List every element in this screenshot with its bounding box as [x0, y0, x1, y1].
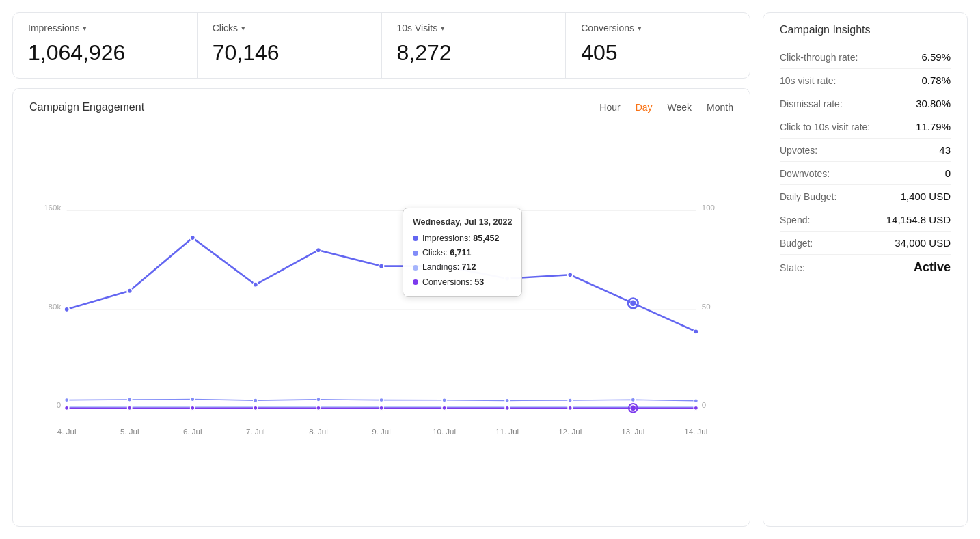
insight-value: 14,154.8 USD	[886, 214, 951, 225]
svg-text:11. Jul: 11. Jul	[495, 428, 519, 436]
insight-value: 1,400 USD	[901, 191, 951, 202]
insight-label: State:	[780, 262, 805, 273]
insights-title: Campaign Insights	[780, 24, 951, 36]
svg-text:14. Jul: 14. Jul	[684, 428, 707, 436]
dropdown-arrow-icon[interactable]: ▾	[241, 24, 245, 33]
svg-point-21	[127, 288, 132, 293]
svg-point-23	[253, 282, 258, 287]
metrics-row: Impressions ▾ 1,064,926 Clicks ▾ 70,146 …	[12, 12, 750, 79]
time-tab-day[interactable]: Day	[636, 102, 653, 113]
svg-point-38	[379, 398, 383, 402]
chart-area: 160k80k0 100500 4. Jul5. Jul6. Jul7. Jul…	[29, 120, 733, 516]
insight-label: Click-through rate:	[780, 52, 858, 63]
svg-point-55	[65, 406, 69, 410]
chart-svg-container: 160k80k0 100500 4. Jul5. Jul6. Jul7. Jul…	[29, 120, 733, 516]
metric-card-impressions: Impressions ▾ 1,064,926	[13, 13, 198, 78]
svg-text:50: 50	[702, 303, 711, 311]
svg-point-25	[379, 264, 383, 268]
insight-value: 11.79%	[916, 121, 951, 133]
insight-row: Budget: 34,000 USD	[780, 232, 951, 255]
svg-point-24	[316, 247, 321, 252]
svg-point-36	[254, 398, 258, 402]
svg-point-39	[442, 398, 446, 402]
svg-point-58	[254, 406, 258, 410]
svg-point-59	[316, 406, 321, 410]
insight-value: 0	[945, 167, 951, 179]
insight-label: Click to 10s visit rate:	[780, 122, 870, 133]
svg-point-42	[631, 398, 635, 402]
insight-value: 43	[939, 144, 951, 156]
svg-point-60	[379, 406, 383, 410]
svg-point-28	[568, 273, 573, 277]
insight-row: Click to 10s visit rate: 11.79%	[780, 115, 951, 139]
time-tab-hour[interactable]: Hour	[599, 102, 620, 113]
dropdown-arrow-icon[interactable]: ▾	[441, 24, 445, 33]
insight-row: Daily Budget: 1,400 USD	[780, 185, 951, 208]
time-tab-month[interactable]: Month	[707, 102, 733, 113]
insight-label: 10s visit rate:	[780, 75, 836, 86]
svg-point-41	[568, 398, 572, 402]
svg-point-57	[191, 406, 195, 410]
svg-point-34	[128, 398, 132, 402]
metric-label: 10s Visits ▾	[397, 23, 551, 33]
insight-row: 10s visit rate: 0.78%	[780, 69, 951, 92]
svg-point-27	[504, 276, 509, 281]
svg-text:10. Jul: 10. Jul	[433, 428, 456, 436]
insight-label: Budget:	[780, 238, 813, 249]
metric-card-conversions: Conversions ▾ 405	[566, 13, 750, 78]
svg-point-37	[316, 398, 321, 402]
dropdown-arrow-icon[interactable]: ▾	[638, 24, 642, 33]
insight-value: 6.59%	[921, 51, 951, 63]
svg-point-33	[65, 398, 69, 402]
time-tabs: HourDayWeekMonth	[599, 102, 733, 113]
svg-point-32	[630, 301, 636, 306]
time-tab-week[interactable]: Week	[668, 102, 692, 113]
metric-value: 8,272	[397, 40, 551, 66]
svg-point-65	[694, 406, 698, 410]
metric-label: Conversions ▾	[581, 23, 735, 33]
svg-text:9. Jul: 9. Jul	[372, 428, 391, 436]
svg-text:12. Jul: 12. Jul	[558, 428, 582, 436]
svg-point-30	[694, 329, 698, 334]
svg-point-40	[505, 398, 509, 402]
dropdown-arrow-icon[interactable]: ▾	[83, 24, 87, 33]
insight-value: 30.80%	[916, 98, 951, 109]
insight-label: Dismissal rate:	[780, 98, 843, 109]
metric-label: Impressions ▾	[28, 23, 182, 33]
svg-text:7. Jul: 7. Jul	[246, 428, 265, 436]
chart-panel: Campaign Engagement HourDayWeekMonth 160…	[12, 88, 750, 527]
insight-row: Dismissal rate: 30.80%	[780, 92, 951, 115]
svg-text:0: 0	[57, 401, 61, 409]
svg-point-35	[191, 397, 195, 401]
insights-panel: Campaign Insights Click-through rate: 6.…	[763, 12, 968, 527]
insight-label: Downvotes:	[780, 168, 830, 179]
svg-point-20	[64, 307, 69, 312]
insight-row: Downvotes: 0	[780, 162, 951, 185]
metric-value: 405	[581, 40, 735, 66]
insight-value: Active	[914, 260, 951, 275]
insight-row: Upvotes: 43	[780, 139, 951, 162]
svg-point-63	[568, 406, 572, 410]
metric-card-clicks: Clicks ▾ 70,146	[198, 13, 382, 78]
metric-value: 1,064,926	[28, 40, 182, 66]
svg-text:5. Jul: 5. Jul	[120, 428, 139, 436]
svg-point-62	[505, 406, 509, 410]
metric-value: 70,146	[213, 40, 366, 66]
insight-label: Upvotes:	[780, 145, 817, 156]
insight-row: State: Active	[780, 255, 951, 280]
insight-row: Click-through rate: 6.59%	[780, 46, 951, 69]
chart-title: Campaign Engagement	[29, 101, 144, 113]
svg-text:160k: 160k	[44, 204, 61, 212]
metric-card-10s-visits: 10s Visits ▾ 8,272	[382, 13, 567, 78]
svg-point-22	[190, 235, 195, 240]
svg-text:13. Jul: 13. Jul	[621, 428, 644, 436]
svg-point-61	[442, 406, 446, 410]
svg-point-56	[128, 406, 132, 410]
insight-value: 34,000 USD	[895, 237, 951, 249]
svg-text:0: 0	[702, 401, 706, 409]
insight-value: 0.78%	[921, 74, 951, 86]
svg-point-67	[631, 406, 636, 411]
svg-text:8. Jul: 8. Jul	[309, 428, 328, 436]
svg-point-26	[441, 264, 446, 268]
chart-header: Campaign Engagement HourDayWeekMonth	[29, 101, 733, 113]
